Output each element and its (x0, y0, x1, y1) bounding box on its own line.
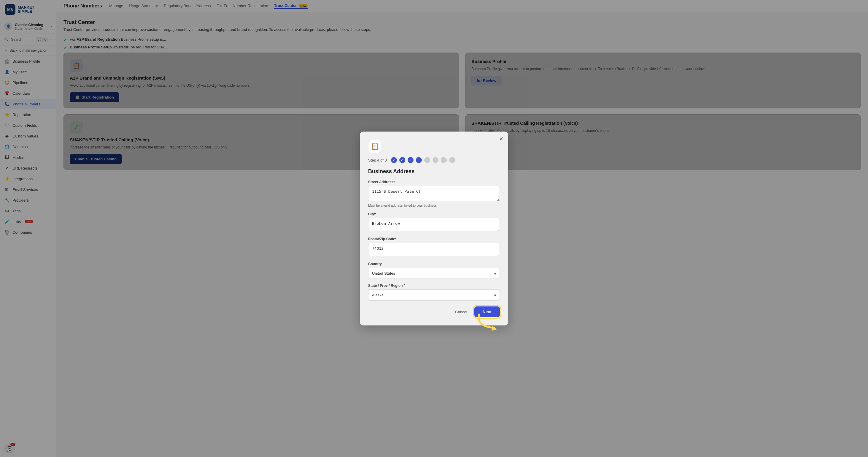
street-address-group: Street Address* 1115 S Desert Palm Ct Mu… (368, 180, 500, 207)
step-indicator: Step 4 of 8 ✓ ✓ ✓ (368, 157, 500, 163)
postal-group: Postal/Zip Code* 74012 (368, 237, 500, 257)
step-2: ✓ (399, 157, 405, 163)
street-address-label: Street Address* (368, 180, 500, 184)
svg-marker-0 (492, 326, 497, 331)
step-3: ✓ (408, 157, 413, 163)
city-group: City* Broken Arrow (368, 212, 500, 232)
step-label: Step 4 of 8 (368, 158, 387, 163)
country-group: Country United States Canada United King… (368, 262, 500, 279)
country-label: Country (368, 262, 500, 266)
step-8 (449, 157, 455, 163)
modal-heading: Business Address (368, 168, 500, 175)
country-select[interactable]: United States Canada United Kingdom (368, 268, 500, 279)
cancel-button[interactable]: Cancel (451, 307, 471, 317)
city-label: City* (368, 212, 500, 216)
state-label: State / Prov / Region * (368, 284, 500, 288)
modal-icon: 📋 (368, 140, 381, 153)
step-7 (441, 157, 447, 163)
close-button[interactable]: ✕ (499, 136, 503, 142)
next-button[interactable]: Next (474, 307, 500, 317)
postal-input[interactable]: 74012 (368, 243, 500, 256)
modal-overlay: ✕ 📋 Step 4 of 8 ✓ ✓ ✓ Business Address S… (0, 0, 868, 457)
modal-footer: Cancel Next (368, 307, 500, 317)
state-select[interactable]: Alaska Alabama Arizona Arkansas Californ… (368, 289, 500, 301)
street-address-hint: Must be a valid address linked to your b… (368, 204, 500, 207)
state-group: State / Prov / Region * Alaska Alabama A… (368, 284, 500, 301)
step-4 (416, 157, 422, 163)
step-6 (433, 157, 438, 163)
step-1: ✓ (391, 157, 397, 163)
city-input[interactable]: Broken Arrow (368, 218, 500, 231)
modal: ✕ 📋 Step 4 of 8 ✓ ✓ ✓ Business Address S… (360, 132, 508, 325)
step-5 (424, 157, 430, 163)
postal-label: Postal/Zip Code* (368, 237, 500, 241)
street-address-input[interactable]: 1115 S Desert Palm Ct (368, 186, 500, 201)
